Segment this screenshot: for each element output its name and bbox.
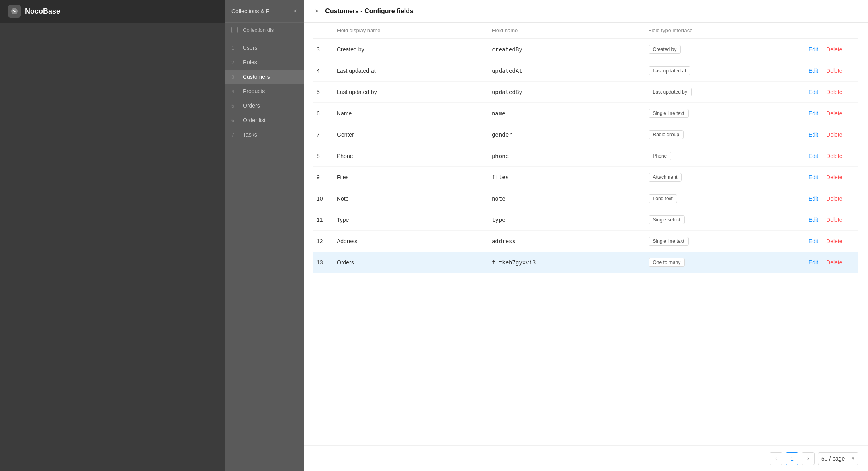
table-row: 11 Type type Single select Edit Delete <box>313 209 858 231</box>
action-cell: Edit Delete <box>802 145 858 167</box>
delete-button[interactable]: Delete <box>823 215 845 225</box>
panel-header: Collections & Fi × <box>225 0 305 23</box>
logo-icon <box>8 5 21 18</box>
field-type-badge: Single select <box>649 215 685 224</box>
field-display-name: Address <box>334 231 489 252</box>
collections-panel: Collections & Fi × Collection dis 1Users… <box>225 0 305 471</box>
edit-button[interactable]: Edit <box>805 258 821 267</box>
collection-name: Customers <box>243 74 270 80</box>
next-page-button[interactable]: › <box>802 452 815 465</box>
table-row: 13 Orders f_tkeh7gyxvi3 One to many Edit… <box>313 252 858 273</box>
field-type-cell: Radio group <box>645 124 802 145</box>
field-key-name: type <box>489 209 645 231</box>
edit-button[interactable]: Edit <box>805 236 821 246</box>
col-header-label: Collection dis <box>243 27 274 33</box>
edit-button[interactable]: Edit <box>805 215 821 225</box>
configure-dialog: × Customers - Configure fields Field dis… <box>304 0 868 471</box>
sidebar-item-products[interactable]: 4Products <box>225 84 305 98</box>
collection-name: Orders <box>243 102 260 109</box>
edit-button[interactable]: Edit <box>805 109 821 118</box>
delete-button[interactable]: Delete <box>823 130 845 139</box>
sidebar-item-customers[interactable]: 3Customers <box>225 70 305 84</box>
delete-button[interactable]: Delete <box>823 236 845 246</box>
delete-button[interactable]: Delete <box>823 87 845 97</box>
delete-button[interactable]: Delete <box>823 45 845 54</box>
collection-num: 5 <box>231 103 238 109</box>
field-type-badge: Attachment <box>649 173 682 182</box>
field-display-name: Orders <box>334 252 489 273</box>
edit-button[interactable]: Edit <box>805 45 821 54</box>
sidebar-item-order-list[interactable]: 6Order list <box>225 113 305 127</box>
delete-button[interactable]: Delete <box>823 151 845 161</box>
collection-num: 7 <box>231 132 238 138</box>
table-row: 12 Address address Single line text Edit… <box>313 231 858 252</box>
dialog-header: × Customers - Configure fields <box>304 0 868 23</box>
page-size-select[interactable]: 10 / page20 / page50 / page100 / page <box>818 452 858 465</box>
field-display-name: Phone <box>334 145 489 167</box>
action-cell: Edit Delete <box>802 39 858 60</box>
delete-button[interactable]: Delete <box>823 258 845 267</box>
prev-page-button[interactable]: ‹ <box>770 452 782 465</box>
field-type-badge: Created by <box>649 45 681 54</box>
delete-button[interactable]: Delete <box>823 194 845 203</box>
col-header-row: Collection dis <box>225 23 305 37</box>
edit-button[interactable]: Edit <box>805 130 821 139</box>
field-type-badge: Single line text <box>649 237 689 246</box>
field-type-cell: One to many <box>645 252 802 273</box>
edit-button[interactable]: Edit <box>805 151 821 161</box>
row-number: 13 <box>313 252 334 273</box>
delete-button[interactable]: Delete <box>823 172 845 182</box>
field-display-name: Note <box>334 188 489 209</box>
edit-button[interactable]: Edit <box>805 66 821 76</box>
row-number: 12 <box>313 231 334 252</box>
current-page-button[interactable]: 1 <box>786 452 798 465</box>
edit-button[interactable]: Edit <box>805 172 821 182</box>
collection-name: Order list <box>243 117 266 123</box>
table-row: 9 Files files Attachment Edit Delete <box>313 167 858 188</box>
table-row: 5 Last updated by updatedBy Last updated… <box>313 82 858 103</box>
field-display-name: Genter <box>334 124 489 145</box>
field-type-badge: Long text <box>649 194 677 203</box>
delete-button[interactable]: Delete <box>823 66 845 76</box>
col-actions <box>802 23 858 39</box>
action-cell: Edit Delete <box>802 167 858 188</box>
table-header: Field display name Field name Field type… <box>313 23 858 39</box>
col-display-name: Field display name <box>334 23 489 39</box>
sidebar-item-orders[interactable]: 5Orders <box>225 98 305 113</box>
sidebar-item-users[interactable]: 1Users <box>225 41 305 55</box>
prev-icon: ‹ <box>775 456 777 461</box>
field-type-cell: Single line text <box>645 231 802 252</box>
row-number: 8 <box>313 145 334 167</box>
field-type-cell: Attachment <box>645 167 802 188</box>
dialog-close-button[interactable]: × <box>313 6 320 16</box>
sidebar-item-tasks[interactable]: 7Tasks <box>225 127 305 142</box>
field-type-badge: Single line text <box>649 109 689 118</box>
field-type-cell: Phone <box>645 145 802 167</box>
row-number: 9 <box>313 167 334 188</box>
table-row: 3 Created by createdBy Created by Edit D… <box>313 39 858 60</box>
field-key-name: files <box>489 167 645 188</box>
field-type-badge: One to many <box>649 258 685 267</box>
col-num <box>313 23 334 39</box>
next-icon: › <box>807 456 809 461</box>
field-type-cell: Long text <box>645 188 802 209</box>
panel-close-button[interactable]: × <box>292 6 299 16</box>
field-key-name: updatedAt <box>489 60 645 82</box>
sidebar-item-roles[interactable]: 2Roles <box>225 55 305 70</box>
field-display-name: Name <box>334 103 489 124</box>
collection-num: 2 <box>231 59 238 66</box>
edit-button[interactable]: Edit <box>805 87 821 97</box>
collection-num: 4 <box>231 88 238 94</box>
table-row: 10 Note note Long text Edit Delete <box>313 188 858 209</box>
field-display-name: Type <box>334 209 489 231</box>
delete-button[interactable]: Delete <box>823 109 845 118</box>
edit-button[interactable]: Edit <box>805 194 821 203</box>
field-key-name: gender <box>489 124 645 145</box>
table-row: 6 Name name Single line text Edit Delete <box>313 103 858 124</box>
row-number: 7 <box>313 124 334 145</box>
field-key-name: createdBy <box>489 39 645 60</box>
action-cell: Edit Delete <box>802 82 858 103</box>
select-all-checkbox[interactable] <box>231 27 238 33</box>
action-cell: Edit Delete <box>802 60 858 82</box>
row-number: 4 <box>313 60 334 82</box>
